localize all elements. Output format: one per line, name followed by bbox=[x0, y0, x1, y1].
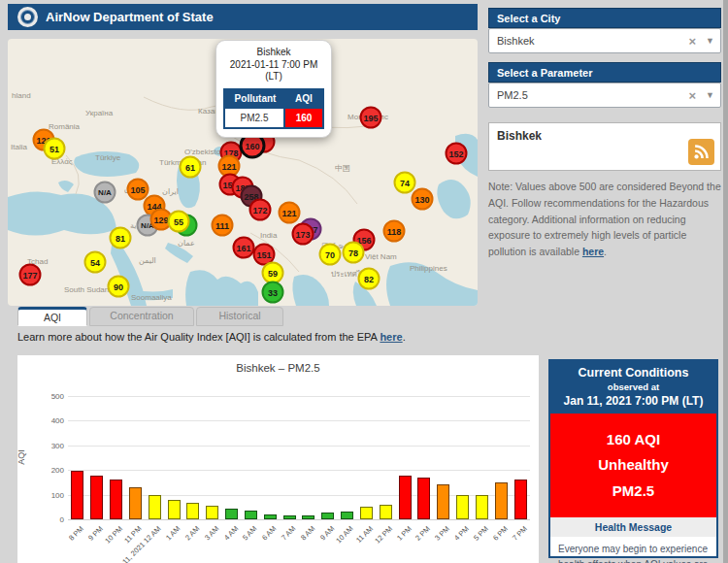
aqi-marker-172[interactable]: 172 bbox=[249, 199, 272, 221]
aqi-marker-74[interactable]: 74 bbox=[394, 172, 416, 194]
aqi-marker-NA[interactable]: N/A bbox=[94, 182, 116, 204]
aqi-map[interactable]: hlandУкраїнаRomäniaItaliaΕλλάςTürkiyeКаз… bbox=[8, 39, 478, 306]
chart-ytick: 200 bbox=[33, 466, 64, 475]
chart-xtick: 6 AM bbox=[260, 524, 278, 542]
chart-bar-3-am[interactable] bbox=[206, 506, 218, 519]
aqi-marker-195[interactable]: 195 bbox=[360, 107, 382, 129]
select-parameter-header: Select a Parameter bbox=[488, 62, 721, 83]
chart-xtick: 2 PM bbox=[414, 524, 433, 543]
chart-xtick: 3 PM bbox=[433, 524, 451, 543]
cc-pollutant: PM2.5 bbox=[550, 479, 716, 504]
aqi-marker-152[interactable]: 152 bbox=[446, 143, 468, 165]
chart-bar-9-pm[interactable] bbox=[90, 476, 103, 519]
parameter-select[interactable]: PM2.5 × ▼ bbox=[488, 83, 721, 108]
chart-bar-1-am[interactable] bbox=[168, 500, 181, 519]
aqi-marker-121[interactable]: 121 bbox=[279, 202, 301, 224]
chart-xtick: 10 AM bbox=[335, 524, 355, 545]
aqi-marker-51[interactable]: 51 bbox=[44, 138, 66, 160]
tab-aqi[interactable]: AQI bbox=[17, 307, 87, 326]
chart-bar-4-am[interactable] bbox=[225, 509, 238, 519]
aqi-marker-130[interactable]: 130 bbox=[412, 188, 434, 211]
chart-xtick: 10 PM bbox=[103, 524, 124, 546]
aqi-chart: Bishkek – PM2.5 AQI 01002003004005008 PM… bbox=[17, 355, 539, 563]
chart-bar-9-am[interactable] bbox=[321, 513, 334, 519]
chart-bar-7-pm[interactable] bbox=[514, 480, 527, 519]
aqi-marker-81[interactable]: 81 bbox=[110, 227, 132, 249]
chart-bar-8-am[interactable] bbox=[302, 515, 314, 519]
chart-bar-8-pm[interactable] bbox=[71, 471, 83, 519]
aqi-marker-78[interactable]: 78 bbox=[343, 242, 365, 264]
popup-col-aqi: AQI bbox=[285, 90, 322, 107]
chart-bar-6-pm[interactable] bbox=[495, 482, 508, 519]
chart-bar-jan-11-2021-12-am[interactable] bbox=[149, 495, 161, 519]
aqi-marker-173[interactable]: 173 bbox=[292, 223, 314, 246]
chart-bar-10-am[interactable] bbox=[341, 512, 353, 519]
chart-xtick: 9 PM bbox=[86, 524, 105, 543]
state-department-seal-icon bbox=[17, 7, 38, 27]
aqi-marker-54[interactable]: 54 bbox=[84, 251, 107, 274]
note-here-link[interactable]: here bbox=[582, 246, 604, 257]
chart-xtick: 4 PM bbox=[452, 524, 471, 543]
chart-title: Bishkek – PM2.5 bbox=[17, 362, 539, 374]
aqi-marker-177[interactable]: 177 bbox=[19, 264, 42, 286]
window-edge bbox=[723, 0, 728, 563]
aqi-marker-90[interactable]: 90 bbox=[108, 276, 130, 298]
aqi-marker-161[interactable]: 161 bbox=[233, 237, 255, 259]
chart-bar-1-pm[interactable] bbox=[399, 476, 412, 519]
chart-bar-11-pm[interactable] bbox=[129, 487, 142, 519]
chart-xtick: 4 AM bbox=[222, 524, 240, 542]
chart-bar-3-pm[interactable] bbox=[437, 484, 449, 519]
cc-datetime: Jan 11, 2021 7:00 PM (LT) bbox=[552, 394, 714, 408]
chart-xtick: 1 PM bbox=[395, 524, 414, 543]
aqi-marker-33[interactable]: 33 bbox=[262, 282, 284, 304]
chart-bar-2-am[interactable] bbox=[186, 503, 199, 519]
chart-xtick: 5 PM bbox=[472, 524, 490, 543]
city-select-value: Bishkek bbox=[497, 35, 688, 47]
aqi-marker-82[interactable]: 82 bbox=[358, 268, 381, 290]
map-place-label: Philippines bbox=[410, 264, 447, 273]
map-place-label: Việt Nam bbox=[365, 252, 397, 261]
map-place-label: ایران bbox=[162, 187, 179, 196]
aqi-marker-61[interactable]: 61 bbox=[180, 156, 202, 179]
aqi-marker-118[interactable]: 118 bbox=[383, 220, 406, 243]
epa-here-link[interactable]: here bbox=[380, 331, 402, 343]
chart-x-axis bbox=[68, 519, 530, 520]
tab-historical[interactable]: Historical bbox=[196, 307, 283, 326]
chevron-down-icon[interactable]: ▼ bbox=[706, 90, 714, 100]
map-place-label: عمان bbox=[178, 239, 195, 248]
chart-bar-10-pm[interactable] bbox=[110, 480, 122, 519]
rss-feed-icon[interactable] bbox=[688, 139, 714, 165]
map-place-label: اليمن bbox=[139, 256, 156, 265]
chart-bar-2-pm[interactable] bbox=[417, 478, 430, 519]
clear-parameter-icon[interactable]: × bbox=[688, 88, 696, 103]
airnow-page: AirNow Department of State bbox=[0, 0, 728, 563]
cc-category: Unhealthy bbox=[550, 452, 716, 478]
chart-bar-11-am[interactable] bbox=[360, 507, 373, 519]
chart-bar-6-am[interactable] bbox=[264, 514, 277, 519]
chart-xtick: 11 AM bbox=[354, 524, 375, 545]
chart-xtick: 9 AM bbox=[318, 524, 336, 542]
chart-xtick: 7 PM bbox=[511, 524, 529, 543]
chart-bar-7-am[interactable] bbox=[283, 515, 296, 519]
tab-concentration[interactable]: Concentration bbox=[89, 307, 194, 326]
aqi-marker-55[interactable]: 55 bbox=[168, 211, 190, 233]
tab-bar: AQIConcentrationHistorical bbox=[17, 307, 283, 326]
cc-title: Current Conditions bbox=[552, 366, 714, 380]
aqi-marker-111[interactable]: 111 bbox=[212, 215, 234, 237]
aqi-marker-70[interactable]: 70 bbox=[319, 244, 342, 266]
chart-ytick: 300 bbox=[33, 442, 64, 450]
select-city-header: Select a City bbox=[488, 8, 721, 28]
parameter-select-value: PM2.5 bbox=[497, 89, 688, 101]
chart-bar-12-pm[interactable] bbox=[380, 505, 392, 519]
chart-bar-5-am[interactable] bbox=[245, 511, 257, 519]
chart-xtick: 8 PM bbox=[68, 524, 86, 543]
cc-subtitle: observed at bbox=[552, 381, 714, 392]
chevron-down-icon[interactable]: ▼ bbox=[706, 36, 714, 46]
chart-gridline bbox=[68, 470, 530, 471]
clear-city-icon[interactable]: × bbox=[688, 34, 696, 49]
page-title: AirNow Department of State bbox=[46, 10, 214, 24]
city-select[interactable]: Bishkek × ▼ bbox=[488, 28, 721, 53]
chart-bar-5-pm[interactable] bbox=[476, 495, 488, 519]
map-popup: Bishkek 2021-01-11 7:00 PM (LT) Pollutan… bbox=[215, 40, 332, 138]
chart-bar-4-pm[interactable] bbox=[456, 495, 469, 519]
